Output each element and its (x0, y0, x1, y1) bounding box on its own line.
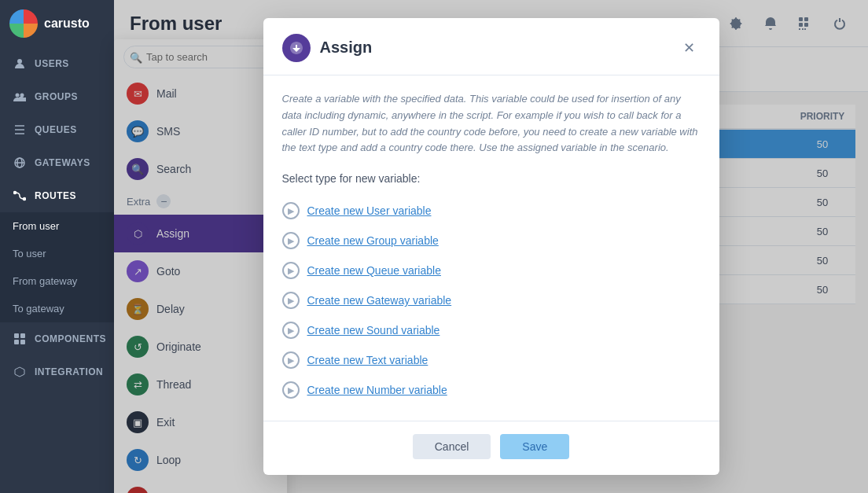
sidebar-label-users: USERS (35, 58, 69, 69)
sidebar-item-from-user[interactable]: From user (0, 212, 114, 240)
arrow-icon-sound: ▶ (282, 322, 300, 339)
option-sound-variable[interactable]: ▶ Create new Sound variable (282, 315, 701, 345)
svg-rect-8 (14, 333, 19, 338)
link-group-variable[interactable]: Create new Group variable (307, 234, 439, 247)
svg-point-1 (16, 94, 20, 97)
modal-title: Assign (320, 39, 669, 57)
arrow-icon-number: ▶ (282, 381, 300, 399)
person-icon (13, 57, 27, 71)
option-queue-variable[interactable]: ▶ Create new Queue variable (282, 256, 701, 285)
link-number-variable[interactable]: Create new Number variable (307, 384, 447, 396)
sidebar-navigation: USERS GROUPS QUEUES GATEWAYS ROUTES (0, 47, 114, 493)
cancel-button[interactable]: Cancel (413, 434, 491, 459)
integration-icon (13, 365, 27, 379)
group-icon (13, 90, 27, 104)
arrow-icon-gateway: ▶ (282, 292, 300, 309)
option-gateway-variable[interactable]: ▶ Create new Gateway variable (282, 285, 701, 315)
sidebar-item-users[interactable]: USERS (0, 47, 114, 80)
svg-rect-9 (20, 333, 25, 338)
assign-modal: Assign ✕ Create a variable with the spec… (263, 18, 719, 475)
sidebar-item-from-gateway[interactable]: From gateway (0, 267, 114, 295)
component-icon (13, 332, 27, 346)
link-queue-variable[interactable]: Create new Queue variable (307, 264, 441, 277)
link-gateway-variable[interactable]: Create new Gateway variable (307, 294, 452, 307)
arrow-icon-user: ▶ (282, 202, 300, 219)
svg-rect-10 (14, 340, 19, 344)
modal-body: Create a variable with the specified dat… (263, 75, 719, 421)
arrow-icon-queue: ▶ (282, 262, 300, 279)
link-user-variable[interactable]: Create new User variable (307, 204, 432, 217)
app-logo: carusto (0, 0, 114, 47)
modal-close-button[interactable]: ✕ (679, 37, 701, 59)
modal-footer: Cancel Save (263, 421, 719, 475)
sidebar-item-routes[interactable]: ROUTES (0, 179, 114, 212)
modal-backdrop: Assign ✕ Create a variable with the spec… (114, 0, 868, 493)
app-name: carusto (44, 17, 90, 31)
queue-icon (13, 123, 27, 137)
link-sound-variable[interactable]: Create new Sound variable (307, 324, 440, 337)
svg-point-7 (24, 198, 26, 201)
sidebar-item-components[interactable]: COMPONENTS (0, 322, 114, 355)
svg-point-6 (14, 192, 17, 194)
option-text-variable[interactable]: ▶ Create new Text variable (282, 345, 701, 375)
sidebar-label-routes: ROUTES (35, 190, 76, 201)
svg-point-2 (20, 94, 24, 97)
sidebar-label-groups: GROUPS (35, 91, 78, 102)
sidebar-label-components: COMPONENTS (35, 333, 106, 344)
sidebar-item-integration[interactable]: INTEGRATION (0, 355, 114, 388)
sidebar-label-gateways: GATEWAYS (35, 157, 90, 168)
arrow-icon-text: ▶ (282, 351, 300, 369)
modal-header: Assign ✕ (263, 18, 719, 75)
sidebar-label-queues: QUEUES (35, 124, 77, 135)
link-text-variable[interactable]: Create new Text variable (307, 354, 428, 366)
logo-icon (9, 9, 38, 38)
save-button[interactable]: Save (500, 434, 569, 459)
sidebar-item-queues[interactable]: QUEUES (0, 113, 114, 146)
sidebar-item-to-gateway[interactable]: To gateway (0, 295, 114, 322)
modal-select-label: Select type for new variable: (282, 172, 701, 185)
modal-description: Create a variable with the specified dat… (282, 91, 701, 156)
svg-rect-11 (20, 340, 25, 344)
sidebar: carusto USERS GROUPS QUEUES GATEWAYS (0, 0, 114, 493)
globe-icon (13, 156, 27, 170)
option-number-variable[interactable]: ▶ Create new Number variable (282, 375, 701, 405)
route-icon (13, 189, 27, 203)
sidebar-item-gateways[interactable]: GATEWAYS (0, 146, 114, 179)
option-group-variable[interactable]: ▶ Create new Group variable (282, 226, 701, 256)
arrow-icon-group: ▶ (282, 232, 300, 249)
sidebar-item-to-user[interactable]: To user (0, 240, 114, 267)
modal-icon (282, 34, 311, 62)
option-user-variable[interactable]: ▶ Create new User variable (282, 196, 701, 226)
sidebar-label-integration: INTEGRATION (35, 366, 103, 377)
svg-point-0 (17, 59, 22, 64)
sidebar-item-groups[interactable]: GROUPS (0, 80, 114, 113)
